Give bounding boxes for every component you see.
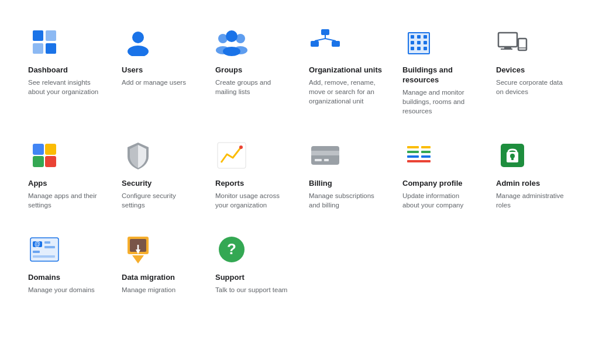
security-title: Security [122,179,152,189]
dashboard-desc: See relevant insights about your organiz… [28,78,103,96]
svg-rect-3 [46,43,56,54]
billing-desc: Manage subscriptions and billing [309,191,384,210]
svg-point-7 [226,30,237,42]
users-desc: Add or manage users [122,78,186,87]
svg-rect-12 [321,29,329,35]
domains-icon: @ [28,233,61,266]
grid-item-org-units[interactable]: Organizational unitsAdd, remove, rename,… [300,14,393,127]
buildings-title: Buildings and resources [402,65,477,85]
dashboard-title: Dashboard [28,65,68,75]
svg-rect-50 [407,160,431,162]
grid-item-security[interactable]: SecurityConfigure security settings [112,127,206,221]
reports-desc: Monitor usage across your organization [215,191,290,210]
company-profile-title: Company profile [402,179,463,189]
svg-rect-36 [45,144,56,155]
svg-rect-25 [424,41,427,44]
svg-point-8 [236,34,245,43]
devices-title: Devices [496,65,525,75]
svg-rect-23 [411,41,414,44]
svg-point-11 [233,46,247,54]
admin-roles-desc: Manage administrative roles [496,191,571,210]
admin-roles-title: Admin roles [496,179,540,189]
groups-icon [215,26,248,58]
svg-point-4 [132,32,144,43]
svg-rect-24 [417,41,421,44]
apps-icon [28,139,61,172]
buildings-desc: Manage and monitor buildings, rooms and … [402,88,477,116]
org-units-title: Organizational units [309,65,382,75]
admin-grid: DashboardSee relevant insights about you… [0,0,599,320]
grid-item-domains[interactable]: @ DomainsManage your domains [19,221,112,306]
svg-marker-65 [132,255,144,264]
svg-rect-44 [407,146,419,148]
grid-item-reports[interactable]: ReportsMonitor usage across your organiz… [206,127,300,221]
company-profile-desc: Update information about your company [402,191,477,210]
svg-rect-49 [421,155,431,158]
svg-rect-61 [33,255,55,258]
svg-rect-34 [33,144,44,155]
grid-item-dashboard[interactable]: DashboardSee relevant insights about you… [19,14,112,127]
security-icon [122,139,154,172]
domains-desc: Manage your domains [28,285,95,294]
grid-item-devices[interactable]: DevicesSecure corporate data on devices [487,14,580,127]
svg-line-16 [315,39,325,41]
svg-rect-35 [33,156,44,167]
support-icon: ? [215,233,248,266]
svg-text:@: @ [35,241,40,247]
svg-rect-58 [44,241,50,244]
groups-title: Groups [215,65,242,75]
svg-rect-13 [311,41,319,47]
svg-rect-0 [33,30,43,41]
apps-title: Apps [28,179,47,189]
grid-item-billing[interactable]: BillingManage subscriptions and billing [300,127,393,221]
svg-point-5 [128,46,149,56]
svg-rect-20 [411,35,414,39]
svg-rect-28 [424,47,427,50]
grid-item-users[interactable]: UsersAdd or manage users [112,14,206,127]
billing-title: Billing [309,179,332,189]
svg-rect-60 [33,251,40,253]
svg-rect-29 [498,33,517,47]
svg-point-39 [239,145,243,149]
svg-rect-42 [315,159,322,161]
svg-rect-1 [46,30,56,41]
domains-title: Domains [28,273,60,283]
org-units-icon [309,26,342,58]
grid-item-admin-roles[interactable]: Admin rolesManage administrative roles [487,127,580,221]
company-profile-icon [402,139,435,172]
reports-title: Reports [215,179,244,189]
svg-rect-32 [518,39,526,50]
svg-rect-26 [411,47,414,50]
grid-item-company-profile[interactable]: Company profileUpdate information about … [393,127,487,221]
grid-item-apps[interactable]: AppsManage apps and their settings [19,127,112,221]
support-desc: Talk to our support team [215,285,287,294]
support-title: Support [215,273,245,283]
dashboard-icon [28,26,61,58]
svg-rect-54 [511,157,514,160]
svg-rect-46 [407,155,419,158]
grid-item-support[interactable]: ? SupportTalk to our support team [206,221,300,306]
svg-rect-21 [417,35,421,39]
grid-item-data-migration[interactable]: Data migrationManage migration [112,221,206,306]
svg-rect-48 [421,151,431,153]
svg-rect-47 [421,146,431,148]
groups-desc: Create groups and mailing lists [215,78,290,96]
apps-desc: Manage apps and their settings [28,191,103,210]
svg-rect-43 [324,159,329,161]
admin-roles-icon [496,139,529,172]
buildings-icon [402,26,435,58]
users-title: Users [122,65,143,75]
org-units-desc: Add, remove, rename, move or search for … [309,78,384,106]
data-migration-desc: Manage migration [122,285,175,294]
svg-line-17 [325,39,336,41]
grid-item-buildings[interactable]: Buildings and resourcesManage and monito… [393,14,487,127]
svg-rect-45 [407,151,419,153]
svg-rect-37 [45,156,56,167]
svg-rect-27 [417,47,421,50]
data-migration-title: Data migration [122,273,175,283]
devices-desc: Secure corporate data on devices [496,78,571,96]
grid-item-groups[interactable]: GroupsCreate groups and mailing lists [206,14,300,127]
data-migration-icon [122,233,154,266]
billing-icon [309,139,342,172]
svg-rect-14 [332,41,340,47]
